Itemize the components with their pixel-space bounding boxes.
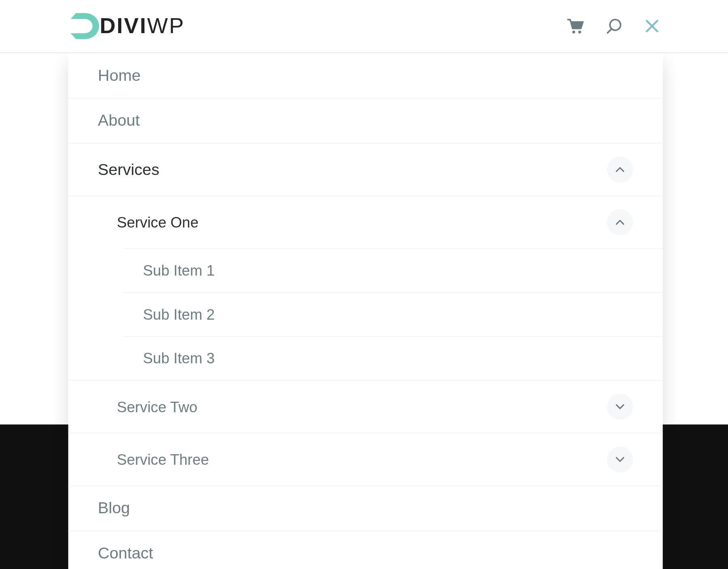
menu-item-blog[interactable]: Blog [68, 485, 663, 530]
menu-item-sub-1[interactable]: Sub Item 1 [123, 249, 663, 293]
brand-logo[interactable]: DIVIWP [68, 9, 185, 42]
cart-icon [567, 18, 584, 34]
search-icon [606, 18, 622, 34]
collapse-services-button[interactable] [607, 156, 633, 183]
close-menu-button[interactable] [641, 15, 663, 37]
expand-service-two-button[interactable] [607, 394, 633, 420]
menu-item-service-one[interactable]: Service One [68, 196, 663, 249]
header-bar: DIVIWP [0, 0, 728, 53]
menu-item-services[interactable]: Services [68, 143, 663, 196]
menu-label-service-three: Service Three [117, 451, 209, 468]
menu-label-sub-3: Sub Item 3 [143, 350, 215, 367]
chevron-up-icon [615, 166, 624, 173]
brand-text-wp: WP [147, 14, 185, 38]
brand-text: DIVIWP [99, 14, 185, 39]
menu-item-service-three[interactable]: Service Three [68, 433, 663, 486]
svg-point-0 [572, 31, 575, 34]
menu-label-sub-2: Sub Item 2 [143, 306, 215, 323]
menu-label-about: About [98, 112, 140, 130]
expand-service-three-button[interactable] [607, 447, 633, 473]
mobile-menu-panel: Home About Services Service One [68, 53, 663, 569]
menu-item-contact[interactable]: Contact [68, 531, 663, 569]
menu-label-home: Home [98, 66, 141, 84]
collapse-service-one-button[interactable] [607, 209, 633, 236]
brand-text-divi: DIVI [99, 14, 147, 38]
cart-button[interactable] [564, 15, 587, 37]
menu-label-contact: Contact [98, 544, 153, 563]
menu-item-about[interactable]: About [68, 98, 663, 143]
service-one-subitems: Sub Item 1 Sub Item 2 Sub Item 3 [123, 249, 663, 380]
menu-item-home[interactable]: Home [68, 53, 663, 98]
svg-line-3 [607, 29, 612, 33]
page-root: DIVIWP [0, 0, 728, 569]
svg-point-1 [578, 31, 581, 34]
chevron-down-icon [615, 457, 624, 463]
menu-label-sub-1: Sub Item 1 [143, 262, 215, 279]
menu-item-sub-3[interactable]: Sub Item 3 [123, 336, 663, 380]
menu-label-service-one: Service One [117, 214, 199, 231]
header-icon-group [564, 15, 663, 37]
menu-item-sub-2[interactable]: Sub Item 2 [123, 292, 663, 336]
chevron-down-icon [615, 404, 624, 410]
menu-item-service-two[interactable]: Service Two [68, 380, 663, 433]
search-button[interactable] [603, 15, 625, 37]
chevron-up-icon [615, 219, 624, 225]
menu-label-services: Services [98, 160, 159, 179]
menu-label-blog: Blog [98, 499, 130, 517]
menu-label-service-two: Service Two [117, 398, 197, 415]
logo-mark-icon [68, 9, 101, 42]
close-icon [644, 18, 660, 34]
